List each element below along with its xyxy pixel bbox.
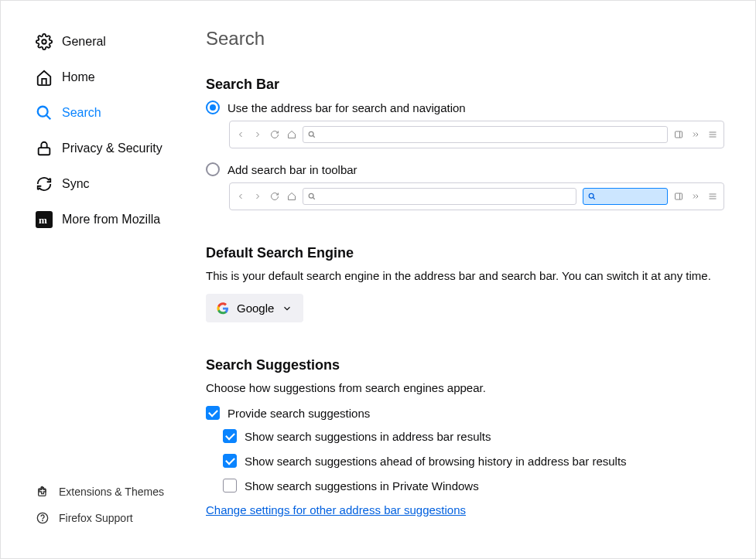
- forward-icon: [253, 192, 262, 201]
- sidebar-label: Privacy & Security: [62, 141, 162, 155]
- svg-rect-10: [676, 131, 682, 138]
- sidebar-label: Extensions & Themes: [59, 486, 164, 498]
- checkbox-label: Show search suggestions in Private Windo…: [245, 479, 479, 493]
- svg-point-8: [309, 131, 313, 136]
- svg-line-9: [313, 135, 315, 138]
- section-title: Search Suggestions: [206, 357, 724, 373]
- checkbox-label: Show search suggestions in address bar r…: [245, 430, 491, 443]
- sidebar-item-general[interactable]: General: [1, 24, 183, 60]
- section-title: Search Bar: [206, 77, 724, 93]
- sidebar-label: More from Mozilla: [62, 213, 160, 227]
- home-small-icon: [287, 192, 296, 201]
- menu-icon: [708, 192, 717, 201]
- radio-toolbar-bar[interactable]: Add search bar in toolbar: [206, 162, 724, 176]
- search-bar-preview: [583, 188, 668, 205]
- back-icon: [236, 192, 245, 201]
- svg-point-0: [42, 39, 46, 44]
- checkbox-icon: [223, 479, 237, 493]
- sidebar-item-home[interactable]: Home: [1, 60, 183, 95]
- address-bar-preview: [303, 188, 576, 205]
- home-icon: [36, 69, 53, 86]
- svg-line-16: [313, 197, 315, 199]
- link-other-suggestions[interactable]: Change settings for other address bar su…: [206, 503, 466, 516]
- gear-icon: [36, 33, 53, 50]
- checkbox-label: Provide search suggestions: [227, 407, 370, 420]
- section-suggestions: Search Suggestions Choose how suggestion…: [206, 357, 724, 516]
- section-title: Default Search Engine: [206, 245, 724, 261]
- sidebar-label: Search: [62, 106, 101, 120]
- radio-label: Use the address bar for search and navig…: [227, 101, 466, 114]
- sidebar-label: Firefox Support: [59, 512, 133, 524]
- svg-text:m: m: [39, 214, 47, 226]
- checkbox-ahead-history[interactable]: Show search suggestions ahead of browsin…: [223, 454, 724, 468]
- search-small-icon: [588, 193, 596, 200]
- back-icon: [236, 130, 245, 139]
- sidebar-item-support[interactable]: Firefox Support: [1, 505, 183, 531]
- checkbox-icon: [223, 454, 237, 468]
- checkbox-label: Show search suggestions ahead of browsin…: [245, 455, 627, 468]
- svg-rect-3: [39, 148, 50, 155]
- svg-line-2: [46, 115, 50, 119]
- search-small-icon: [308, 131, 316, 138]
- svg-point-7: [43, 520, 43, 521]
- checkbox-provide-suggestions[interactable]: Provide search suggestions: [206, 406, 724, 420]
- sidebar-item-mozilla[interactable]: m More from Mozilla: [1, 202, 183, 237]
- section-search-bar: Search Bar Use the address bar for searc…: [206, 77, 724, 210]
- sidebar-label: General: [62, 35, 106, 49]
- svg-point-17: [589, 193, 594, 198]
- toolbar-preview-unified: [229, 121, 724, 148]
- sidebar-icon: [674, 192, 683, 201]
- sidebar-label: Sync: [62, 177, 90, 191]
- overflow-icon: [691, 130, 700, 139]
- svg-rect-19: [676, 193, 682, 199]
- chevron-down-icon: [282, 303, 292, 314]
- toolbar-preview-separate: [229, 182, 724, 210]
- radio-icon: [206, 162, 220, 176]
- engine-name: Google: [237, 302, 274, 315]
- sidebar-item-search[interactable]: Search: [1, 95, 183, 131]
- search-small-icon: [308, 193, 316, 200]
- home-small-icon: [287, 130, 296, 139]
- checkbox-icon: [223, 429, 237, 443]
- reload-icon: [270, 130, 279, 139]
- help-icon: [36, 511, 50, 525]
- menu-icon: [708, 130, 717, 139]
- google-icon: [217, 302, 229, 315]
- mozilla-icon: m: [36, 211, 53, 228]
- section-default-engine: Default Search Engine This is your defau…: [206, 245, 724, 322]
- page-title: Search: [206, 28, 724, 49]
- sidebar-label: Home: [62, 70, 95, 84]
- sidebar-icon: [674, 130, 683, 139]
- reload-icon: [270, 192, 279, 201]
- radio-label: Add search bar in toolbar: [227, 163, 357, 176]
- search-icon: [36, 104, 53, 121]
- section-description: Choose how suggestions from search engin…: [206, 381, 724, 394]
- puzzle-icon: [36, 485, 50, 499]
- forward-icon: [253, 130, 262, 139]
- checkbox-icon: [206, 406, 220, 420]
- section-description: This is your default search engine in th…: [206, 269, 724, 282]
- checkbox-private-windows[interactable]: Show search suggestions in Private Windo…: [223, 479, 724, 493]
- main-content: Search Search Bar Use the address bar fo…: [183, 1, 755, 558]
- checkbox-addr-results[interactable]: Show search suggestions in address bar r…: [223, 429, 724, 443]
- sidebar-item-sync[interactable]: Sync: [1, 166, 183, 202]
- sync-icon: [36, 176, 53, 193]
- search-engine-select[interactable]: Google: [206, 294, 303, 322]
- svg-point-15: [309, 193, 313, 198]
- lock-icon: [36, 140, 53, 157]
- address-bar-preview: [303, 126, 668, 143]
- radio-address-bar[interactable]: Use the address bar for search and navig…: [206, 101, 724, 114]
- sidebar-item-privacy[interactable]: Privacy & Security: [1, 131, 183, 166]
- sidebar-item-extensions[interactable]: Extensions & Themes: [1, 479, 183, 505]
- svg-point-1: [38, 107, 48, 117]
- svg-line-18: [593, 197, 595, 199]
- overflow-icon: [691, 192, 700, 201]
- settings-sidebar: General Home Search Privacy & Security S…: [1, 1, 183, 558]
- radio-icon: [206, 101, 220, 114]
